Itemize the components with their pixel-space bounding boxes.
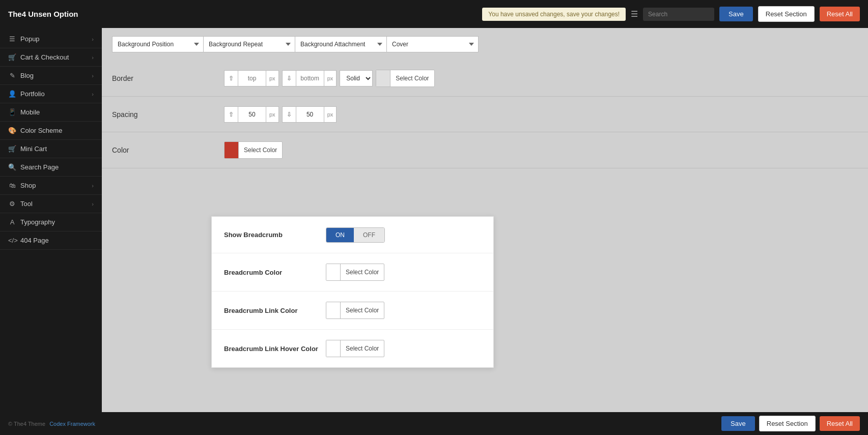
border-bottom-arrow[interactable]: ⇩	[282, 70, 296, 86]
topbar-save-button[interactable]: Save	[719, 7, 753, 21]
spacing-bottom-unit: px	[324, 106, 337, 123]
chevron-right-icon: ›	[92, 73, 94, 79]
sidebar-item-cart-checkout[interactable]: 🛒 Cart & Checkout ›	[0, 48, 102, 67]
spacing-top-input[interactable]	[238, 106, 266, 123]
bottombar-save-button[interactable]: Save	[721, 416, 755, 431]
sidebar-item-popup-label: Popup	[20, 35, 40, 43]
border-color-select-button[interactable]: Select Color	[376, 70, 434, 87]
spacing-label: Spacing	[112, 110, 224, 119]
breadcrumb-color-row: Breadcrumb Color Select Color	[212, 253, 493, 292]
mini-cart-icon: 🛒	[8, 145, 16, 153]
color-select-label: Select Color	[239, 147, 282, 154]
topbar-reset-section-button[interactable]: Reset Section	[758, 6, 815, 22]
color-controls: Select Color	[224, 141, 283, 159]
bg-repeat-select[interactable]: Background Repeat	[204, 36, 295, 52]
sidebar-item-shop[interactable]: 🛍 Shop ›	[0, 177, 102, 195]
breadcrumb-link-color-label: Breadcrumb Link Color	[224, 307, 326, 314]
sidebar-item-popup[interactable]: ☰ Popup ›	[0, 30, 102, 48]
sidebar-item-mini-cart-label: Mini Cart	[20, 145, 47, 153]
border-top-unit: px	[266, 70, 279, 86]
show-breadcrumb-row: Show Breadcrumb ON OFF	[212, 217, 493, 253]
spacing-bottom-group: ⇩ px	[282, 106, 337, 123]
typography-icon: A	[8, 218, 16, 226]
breadcrumb-on-button[interactable]: ON	[326, 228, 354, 242]
sidebar-item-typography[interactable]: A Typography	[0, 213, 102, 231]
main-layout: ☰ Popup › 🛒 Cart & Checkout › ✎ Blog › 👤…	[0, 28, 868, 412]
sidebar-item-color-scheme[interactable]: 🎨 Color Scheme	[0, 122, 102, 140]
color-select-button[interactable]: Select Color	[224, 141, 283, 159]
breadcrumb-link-hover-label: Breadcrumb Link Hover Color	[224, 345, 326, 353]
breadcrumb-off-button[interactable]: OFF	[354, 228, 384, 242]
breadcrumb-color-label: Breadcrumb Color	[224, 269, 326, 276]
topbar-search-input[interactable]	[643, 8, 714, 21]
spacing-top-group: ⇧ px	[224, 106, 279, 123]
sidebar-item-blog-label: Blog	[20, 72, 34, 79]
chevron-right-icon: ›	[92, 36, 94, 42]
portfolio-icon: 👤	[8, 90, 16, 98]
content-area: Background Position Background Repeat Ba…	[102, 28, 868, 412]
spacing-top-arrow[interactable]: ⇧	[224, 106, 238, 123]
breadcrumb-link-hover-swatch	[326, 340, 341, 357]
spacing-bottom-input[interactable]	[296, 106, 324, 123]
border-color-label: Select Color	[390, 75, 434, 82]
border-top-input[interactable]	[238, 70, 266, 86]
bottombar-reset-section-button[interactable]: Reset Section	[759, 416, 816, 431]
border-top-arrow[interactable]: ⇧	[224, 70, 238, 86]
sidebar-item-search-page[interactable]: 🔍 Search Page	[0, 158, 102, 177]
color-section: Color Select Color	[102, 132, 868, 168]
sidebar-item-shop-label: Shop	[20, 182, 36, 189]
color-label: Color	[112, 146, 224, 154]
tool-icon: ⚙	[8, 200, 16, 208]
popup-icon: ☰	[8, 35, 16, 43]
sidebar-item-search-page-label: Search Page	[20, 163, 59, 171]
border-color-swatch	[376, 70, 390, 87]
breadcrumb-link-hover-select-button[interactable]: Select Color	[326, 340, 384, 357]
show-breadcrumb-label: Show Breadcrumb	[224, 231, 326, 239]
sidebar-item-404-label: 404 Page	[20, 237, 49, 244]
breadcrumb-link-hover-label-text: Select Color	[341, 345, 384, 352]
bg-position-select[interactable]: Background Position	[112, 36, 204, 52]
breadcrumb-link-color-swatch	[326, 302, 341, 319]
breadcrumb-toggle-group: ON OFF	[326, 227, 385, 243]
dropdowns-row: Background Position Background Repeat Ba…	[102, 28, 868, 61]
sidebar-item-tool[interactable]: ⚙ Tool ›	[0, 195, 102, 213]
sidebar-item-typography-label: Typography	[20, 218, 55, 226]
chevron-right-icon: ›	[92, 91, 94, 97]
bg-attachment-select[interactable]: Background Attachment	[295, 36, 387, 52]
sidebar-item-color-scheme-label: Color Scheme	[20, 127, 62, 134]
topbar-reset-all-button[interactable]: Reset All	[820, 7, 860, 21]
sidebar-item-portfolio-label: Portfolio	[20, 90, 45, 98]
border-bottom-unit: px	[324, 70, 337, 86]
breadcrumb-link-color-select-button[interactable]: Select Color	[326, 302, 384, 319]
search-icon: 🔍	[8, 163, 16, 171]
sidebar-item-404-page[interactable]: </> 404 Page	[0, 231, 102, 250]
border-style-select[interactable]: Solid	[340, 70, 373, 86]
breadcrumb-link-hover-row: Breadcrumb Link Hover Color Select Color	[212, 330, 493, 367]
bottombar-copyright: © The4 Theme	[8, 421, 45, 427]
notification-banner: You have unsaved changes, save your chan…	[482, 8, 626, 21]
chevron-right-icon: ›	[92, 54, 94, 61]
bottombar-link[interactable]: Codex Framework	[49, 421, 95, 427]
sidebar-item-mini-cart[interactable]: 🛒 Mini Cart	[0, 140, 102, 158]
cart-icon: 🛒	[8, 53, 16, 61]
shop-icon: 🛍	[8, 182, 16, 189]
cover-select[interactable]: Cover	[387, 36, 479, 52]
breadcrumb-link-color-label-text: Select Color	[341, 307, 384, 314]
border-bottom-input[interactable]	[296, 70, 324, 86]
sidebar-item-portfolio[interactable]: 👤 Portfolio ›	[0, 85, 102, 103]
list-icon[interactable]: ☰	[631, 9, 638, 19]
breadcrumb-color-select-button[interactable]: Select Color	[326, 264, 384, 281]
breadcrumb-link-color-row: Breadcrumb Link Color Select Color	[212, 292, 493, 330]
sidebar-item-tool-label: Tool	[20, 200, 33, 208]
sidebar-item-blog[interactable]: ✎ Blog ›	[0, 67, 102, 85]
breadcrumb-link-hover-controls: Select Color	[326, 340, 384, 357]
sidebar-item-mobile[interactable]: 📱 Mobile	[0, 103, 102, 122]
border-section: Border ⇧ px ⇩ px Solid Select Color	[102, 61, 868, 97]
breadcrumb-color-select-label: Select Color	[341, 269, 384, 276]
border-label: Border	[112, 74, 224, 82]
code-icon: </>	[8, 237, 16, 244]
spacing-bottom-arrow[interactable]: ⇩	[282, 106, 296, 123]
spacing-controls: ⇧ px ⇩ px	[224, 106, 337, 123]
border-bottom-input-group: ⇩ px	[282, 70, 337, 86]
bottombar-reset-all-button[interactable]: Reset All	[820, 416, 860, 431]
